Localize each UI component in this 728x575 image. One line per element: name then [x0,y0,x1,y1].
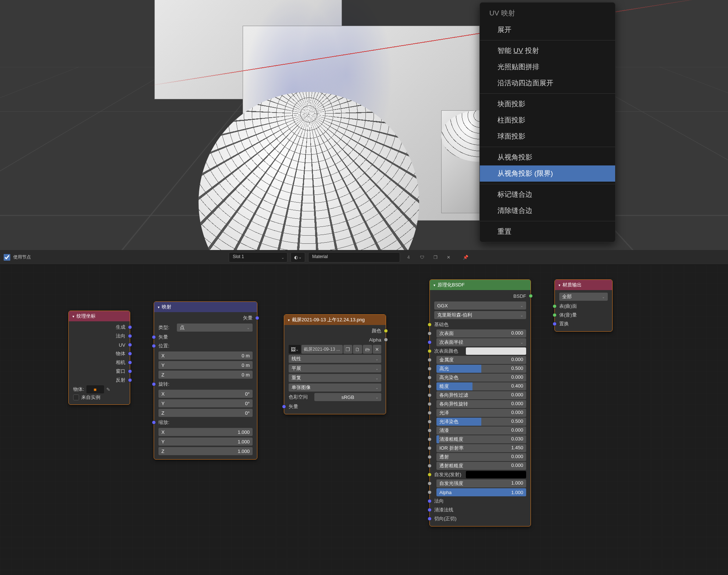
rot-y[interactable]: Y0° [158,399,253,407]
target-dropdown[interactable]: 全部⌄ [559,293,608,301]
socket-in-rotation[interactable]: 旋转: [154,380,257,389]
socket-out-reflection[interactable]: 反射 [69,376,130,385]
socket-out-alpha[interactable]: Alpha [284,335,386,344]
menu-clear-seam[interactable]: 清除缝合边 [480,203,615,219]
subsurf-method-dropdown[interactable]: 克里斯坦森-伯利⌄ [434,311,526,319]
socket-in-scale[interactable]: 缩放: [154,418,257,427]
value-slider[interactable]: 透射0.000 [436,453,526,461]
socket-in-base-color[interactable]: 基础色 [430,320,531,329]
value-slider[interactable]: 自发光强度1.000 [436,479,526,488]
socket-in-location[interactable]: 位置: [154,342,257,350]
rot-x[interactable]: X0° [158,390,253,398]
socket-in-金属度[interactable]: 金属度0.000 [430,356,531,364]
remove-image-button[interactable]: ✕ [373,345,381,354]
loc-x[interactable]: X0 m [158,351,253,360]
socket-in-vector[interactable]: 矢量 [154,333,257,342]
value-slider[interactable]: 糙度0.400 [436,382,526,390]
socket-in-surface[interactable]: 表(曲)面 [555,302,612,311]
extension-dropdown[interactable]: 重复⌄ [289,374,381,382]
socket-out-object[interactable]: 物体 [69,349,130,358]
use-nodes-checkbox[interactable] [4,254,10,261]
collapse-icon[interactable]: ▾ [72,314,74,318]
use-nodes-toggle[interactable]: 使用节点 [4,254,31,261]
value-slider[interactable]: 金属度0.000 [436,356,526,364]
material-user-count[interactable]: 4 [403,255,414,260]
from-instancer-checkbox[interactable] [73,394,79,400]
node-mapping[interactable]: ▾映射 矢量 类型:点⌄ 矢量 位置: X0 m Y0 m Z0 m 旋转: X… [154,301,257,460]
menu-reset[interactable]: 重置 [480,224,615,240]
new-image-button[interactable]: 🗋 [353,345,362,354]
socket-in-IOR 折射率[interactable]: IOR 折射率1.450 [430,444,531,453]
unlink-users-button[interactable]: ❐ [343,345,352,354]
socket-in-vector[interactable]: 矢量 [284,402,386,411]
pin-icon[interactable]: 📌 [460,252,471,262]
node-header[interactable]: ▾截屏2021-09-13 上午12.24.13.png [284,315,386,325]
socket-in-自发光(发射)[interactable]: 自发光(发射) [430,470,531,479]
socket-in-糙度[interactable]: 糙度0.400 [430,382,531,391]
node-texture-coordinate[interactable]: ▾纹理坐标 生成 法向 UV 物体 相机 窗口 反射 物体: ■ ✎ 来自实例 [68,311,130,405]
socket-in-透射粗糙度[interactable]: 透射粗糙度0.000 [430,461,531,470]
scale-y[interactable]: Y1.000 [158,438,253,446]
socket-in-次表面[interactable]: 次表面0.000 [430,329,531,338]
object-picker[interactable]: ■ [86,385,104,393]
eyedropper-icon[interactable]: ✎ [106,387,110,392]
socket-out-vector[interactable]: 矢量 [154,314,257,322]
value-slider[interactable]: 次表面0.000 [436,329,526,338]
value-slider[interactable]: 透射粗糙度0.000 [436,462,526,470]
close-icon[interactable]: ✕ [443,252,454,262]
socket-out-window[interactable]: 窗口 [69,367,130,376]
socket-out-color[interactable]: 颜色 [284,326,386,335]
distribution-dropdown[interactable]: GGX⌄ [434,301,526,310]
mapping-type-dropdown[interactable]: 点⌄ [177,324,253,332]
socket-in-clearcoat-normal[interactable]: 清漆法线 [430,506,531,514]
duplicate-icon[interactable]: ❐ [430,252,440,262]
node-header[interactable]: ▾映射 [154,302,257,312]
collapse-icon[interactable]: ▾ [559,283,560,287]
scale-z[interactable]: Z1.000 [158,447,253,455]
shading-pref-dropdown[interactable]: ◐ ⌄ [290,252,305,262]
value-slider[interactable]: 光泽染色0.500 [436,418,526,426]
socket-out-normal[interactable]: 法向 [69,332,130,340]
socket-in-光泽染色[interactable]: 光泽染色0.500 [430,417,531,426]
node-image-texture[interactable]: ▾截屏2021-09-13 上午12.24.13.png 颜色 Alpha 🖼⌄… [284,314,386,414]
socket-in-volume[interactable]: 体(音)量 [555,311,612,319]
projection-dropdown[interactable]: 平展⌄ [289,364,381,372]
source-dropdown[interactable]: 单张图像⌄ [289,383,381,392]
menu-project-from-view[interactable]: 从视角投影 [480,149,615,165]
image-browse-button[interactable]: 🖼⌄ [289,345,301,354]
socket-in-Alpha[interactable]: Alpha1.000 [430,488,531,497]
socket-in-次表面半径[interactable]: 次表面半径⌄ [430,338,531,347]
menu-mark-seam[interactable]: 标记缝合边 [480,186,615,203]
socket-in-光泽[interactable]: 光泽0.000 [430,408,531,417]
collapse-icon[interactable]: ▾ [433,283,435,287]
menu-cube-projection[interactable]: 块面投影 [480,96,615,112]
value-slider[interactable]: IOR 折射率1.450 [436,444,526,452]
socket-in-各向异性过滤[interactable]: 各向异性过滤0.000 [430,391,531,400]
socket-in-高光染色[interactable]: 高光染色0.000 [430,373,531,382]
socket-in-次表面颜色[interactable]: 次表面颜色 [430,347,531,356]
socket-in-清漆粗糙度[interactable]: 清漆粗糙度0.030 [430,435,531,444]
socket-in-displacement[interactable]: 置换 [555,319,612,328]
color-swatch[interactable] [466,347,526,355]
socket-in-透射[interactable]: 透射0.000 [430,453,531,461]
shield-icon[interactable]: 🛡 [417,252,427,262]
menu-lightmap-pack[interactable]: 光照贴图拼排 [480,59,615,75]
menu-cylinder-projection[interactable]: 柱面投影 [480,112,615,128]
menu-smart-uv[interactable]: 智能 UV 投射 [480,43,615,59]
socket-in-自发光强度[interactable]: 自发光强度1.000 [430,479,531,488]
material-name-field[interactable]: Material [308,252,400,262]
menu-sphere-projection[interactable]: 球面投影 [480,128,615,144]
collapse-icon[interactable]: ▾ [158,305,160,309]
open-image-button[interactable]: 🗁 [363,345,372,354]
node-header[interactable]: ▾原理化BSDF [430,280,531,290]
socket-out-camera[interactable]: 相机 [69,358,130,367]
socket-in-各向异性旋转[interactable]: 各向异性旋转0.000 [430,400,531,408]
scale-x[interactable]: X1.000 [158,428,253,436]
value-slider[interactable]: 清漆0.000 [436,426,526,435]
socket-out-uv[interactable]: UV [69,340,130,349]
interpolation-dropdown[interactable]: 线性⌄ [289,355,381,363]
value-slider[interactable]: 各向异性旋转0.000 [436,400,526,408]
value-slider[interactable]: 清漆粗糙度0.030 [436,435,526,443]
menu-follow-active-quads[interactable]: 沿活动四边面展开 [480,75,615,91]
value-slider[interactable]: 高光0.500 [436,365,526,373]
